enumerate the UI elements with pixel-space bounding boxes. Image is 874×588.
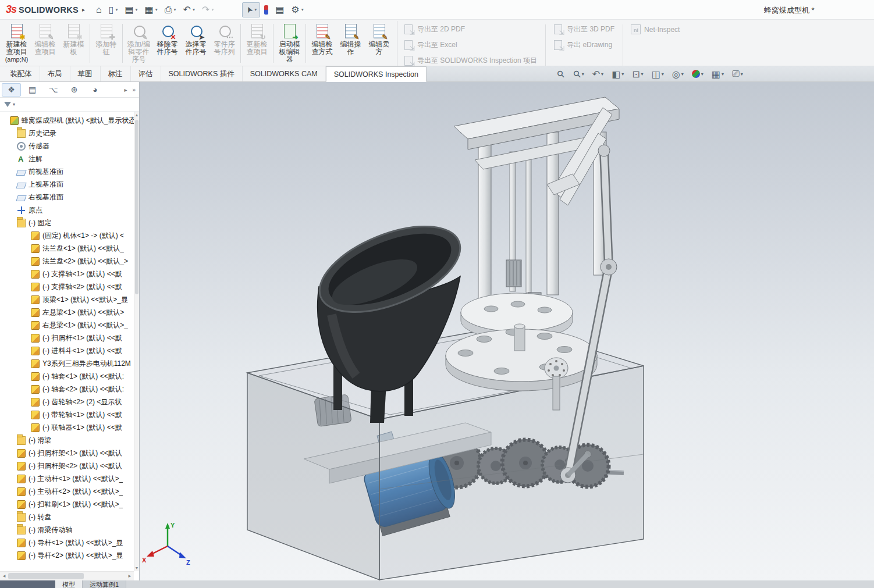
quick-tool-button[interactable]: ↷ ▾ [199,2,216,17]
ribbon-button[interactable]: ✱ 新建检查项目 (amp;N) [2,21,31,66]
command-tab[interactable]: SOLIDWORKS 插件 [161,66,243,81]
heads-up-tool-button[interactable]: ↶ ▾ [588,69,607,80]
scroll-left-icon[interactable]: ◄ [2,573,6,579]
ribbon-button[interactable] [305,24,306,63]
command-tab[interactable]: 评估 [131,66,161,81]
chevron-down-icon[interactable]: ▾ [681,72,684,77]
tree-row[interactable]: (固定) 机体<1> -> (默认) < [0,229,134,242]
quick-tool-button[interactable]: ⎙ ▾ [162,2,179,17]
heads-up-tool-button[interactable]: ⊡ ▾ [628,69,647,80]
chevron-down-icon[interactable]: ▾ [621,72,624,77]
heads-up-tool-button[interactable]: ▾ [688,70,708,78]
panel-tab[interactable]: ▤ [23,83,42,97]
export-button[interactable]: 导出至 SOLIDWORKS Inspection 项目 [403,56,537,66]
tree-row[interactable]: 蜂窝煤成型机 (默认) <默认_显示状态 [0,114,134,127]
heads-up-tool-button[interactable]: ⎚ ▾ [728,69,747,79]
tree-row[interactable]: (-) 扫屑杆架<2> (默认) <<默认 [0,459,134,472]
ribbon-button[interactable]: ✱ 新建模板 [59,21,88,66]
solidworks-logo[interactable]: 3s SOLIDWORKS ▸ [6,3,85,16]
tree-row[interactable]: 原点 [0,204,134,216]
export-button[interactable]: 导出 eDrawing [553,40,614,50]
scroll-up-icon[interactable]: ▲ [134,113,139,117]
command-tab[interactable]: SOLIDWORKS Inspection [326,66,427,82]
heads-up-tool-button[interactable]: ◧ ▾ [607,69,628,80]
panel-tab-overflow-icon[interactable]: » [130,87,137,93]
tree-row[interactable]: 右视基准面 [0,191,134,204]
tree-row[interactable]: (-) 导杆<2> (默认) <<默认>_显 [0,549,134,562]
chevron-down-icon[interactable]: ▾ [155,7,158,12]
tree-row[interactable]: 法兰盘<2> (默认) <<默认_> [0,255,134,268]
filter-icon[interactable] [4,102,11,107]
command-tab[interactable]: 草图 [70,66,101,81]
tree-row[interactable]: (-) 主动杆<1> (默认) <<默认>_ [0,472,134,485]
tree-row[interactable]: 右悬梁<1> (默认) <<默认>_ [0,319,134,332]
tree-row[interactable]: (-) 固定 [0,216,134,229]
heads-up-tool-button[interactable]: ⚲ ▾ [570,69,588,80]
quick-tool-button[interactable]: ⌂ ▾ [93,2,105,17]
tree-row[interactable]: (-) 联轴器<1> (默认) <<默 [0,421,134,434]
chevron-down-icon[interactable]: ▾ [136,7,138,12]
panel-tab[interactable]: ⊕ [65,83,84,97]
viewport-bottom-tab[interactable]: 运动算例1 [83,580,126,588]
tree-row[interactable]: (-) 扫鞋刷<1> (默认) <<默认>_ [0,498,134,511]
tree-row[interactable]: Y3系列三相异步电动机112M [0,357,134,370]
tree-row[interactable]: (-) 支撑轴<1> (默认) <<默 [0,268,134,280]
export-button[interactable]: 导出至 2D PDF [403,24,537,34]
chevron-down-icon[interactable]: ▾ [193,7,195,12]
ribbon-button[interactable]: ⋯ 零件序号序列 [210,21,239,66]
tree-row[interactable]: (-) 轴套<2> (默认) <<默认: [0,383,134,395]
tree-row[interactable]: (-) 进料斗<1> (默认) <<默 [0,344,134,357]
net-inspect-button[interactable]: Net-Inspect [630,24,680,34]
command-tab[interactable]: 布局 [40,66,70,81]
graphics-area[interactable]: Y X Z [140,82,874,580]
quick-tool-button[interactable]: ➤ ▾ [242,2,260,17]
chevron-down-icon[interactable]: ▾ [741,72,743,77]
chevron-down-icon[interactable]: ▾ [13,102,15,107]
tree-row[interactable]: (-) 主动杆<2> (默认) <<默认>_ [0,485,134,498]
panel-tab[interactable]: ⌥ [44,83,63,97]
tree-row[interactable]: 左悬梁<1> (默认) <<默认> [0,306,134,319]
ribbon-button[interactable]: ✕ 移除零件序号 [153,21,182,66]
tree-vertical-scrollbar[interactable]: ▲ ▼ [134,112,139,571]
scrollbar-thumb[interactable] [8,573,84,579]
tree-row[interactable]: 历史记录 [0,127,134,140]
panel-tab[interactable]: ◕ [86,83,105,97]
panel-tab-scroll-icon[interactable]: ▸ [122,87,129,93]
tree-row[interactable]: (-) 齿轮轴<2> (2) <显示状 [0,395,134,408]
export-button[interactable]: 导出至 3D PDF [553,24,614,34]
quick-tool-button[interactable]: ▤ ▾ [122,2,140,17]
tree-row[interactable]: (-) 扫屑杆架<1> (默认) <<默认 [0,447,134,459]
ribbon-button[interactable]: ✎ 编辑检查方式 [308,21,336,66]
chevron-down-icon[interactable]: ▾ [601,72,603,77]
tree-row[interactable]: 前视基准面 [0,165,134,178]
chevron-down-icon[interactable]: ▾ [662,72,664,77]
tree-row[interactable]: 传感器 [0,140,134,152]
quick-tool-button[interactable]: ▦ ▾ [142,2,161,17]
chevron-down-icon[interactable]: ▾ [301,7,304,12]
tree-row[interactable]: (-) 支撑轴<2> (默认) <<默 [0,280,134,293]
panel-tab[interactable]: ❖ [2,83,21,97]
heads-up-tool-button[interactable]: ▦ ▾ [708,69,728,80]
tree-row[interactable]: 注解 [0,152,134,165]
tree-row[interactable]: 法兰盘<1> (默认) <<默认_ [0,242,134,255]
quick-tool-button[interactable]: ▾ [261,2,271,17]
tree-row[interactable]: (-) 扫屑杆<1> (默认) <<默 [0,332,134,344]
quick-tool-button[interactable]: ▤ ▾ [272,2,287,17]
chevron-down-icon[interactable]: ▾ [211,7,214,12]
chevron-down-icon[interactable]: ▾ [641,72,644,77]
tree-row[interactable]: 顶梁<1> (默认) <<默认>_显 [0,293,134,306]
quick-tool-button[interactable]: ⚙ ▾ [288,2,306,17]
ribbon-button[interactable] [122,24,123,63]
command-tab[interactable]: 装配体 [2,66,40,81]
tree-row[interactable]: 上视基准面 [0,178,134,191]
ribbon-button[interactable]: ✎ 编辑操作 [336,21,365,66]
command-tab[interactable]: 标注 [101,66,131,81]
ribbon-button[interactable]: ✚ 添加特征 [92,21,120,66]
tree-row[interactable]: (-) 滑梁 [0,434,134,447]
ribbon-button[interactable]: ➜ 启动模板编辑器 [275,21,304,66]
tree-horizontal-scrollbar[interactable]: ◄ ► [0,571,134,580]
ribbon-button[interactable] [90,24,90,63]
tree-row[interactable]: (-) 滑梁传动轴 [0,523,134,536]
menu-flyout-arrow-icon[interactable]: ▸ [82,6,85,13]
ribbon-button[interactable]: ✎ 添加/编辑零件序号 [125,21,153,66]
